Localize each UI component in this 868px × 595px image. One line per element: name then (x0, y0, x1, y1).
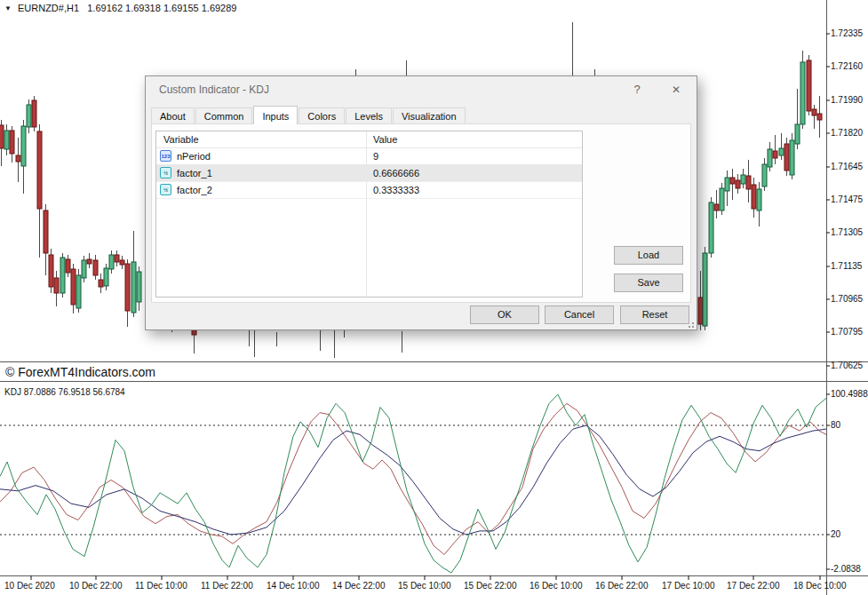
candlestick (779, 133, 784, 160)
candlestick (10, 126, 14, 163)
variable-name: factor_2 (177, 185, 212, 195)
ohlc-values: 1.69162 1.69318 1.69155 1.69289 (87, 3, 236, 13)
table-row[interactable]: ½ factor_2 0.3333333 (156, 181, 582, 199)
candle-body (784, 144, 789, 171)
ok-button[interactable]: OK (470, 305, 539, 324)
candle-body (746, 176, 751, 189)
load-button[interactable]: Load (614, 246, 683, 265)
candle-body (773, 151, 777, 158)
candlestick (44, 204, 48, 275)
candlestick (0, 120, 4, 166)
candlestick (703, 247, 707, 330)
candlestick (87, 253, 92, 268)
resize-grip[interactable] (687, 321, 694, 328)
tab-visualization[interactable]: Visualization (393, 107, 466, 124)
help-button[interactable]: ? (629, 82, 645, 98)
candle-body (49, 255, 53, 287)
candlestick (773, 135, 777, 164)
candlestick (730, 169, 735, 200)
column-header-value: Value (373, 134, 397, 145)
kdj-j-line (0, 394, 826, 573)
candle-body (76, 275, 81, 308)
candle-body (16, 155, 20, 162)
candlestick (27, 99, 31, 133)
kdj-k-line (0, 403, 826, 554)
cancel-button[interactable]: Cancel (545, 305, 614, 324)
candle-body (137, 272, 141, 302)
variable-value[interactable]: 0.3333333 (373, 185, 419, 195)
candle-body (812, 109, 816, 115)
tab-inputs[interactable]: Inputs (253, 106, 298, 124)
candlestick (104, 264, 108, 290)
candle-body (44, 210, 48, 253)
candle-body (741, 175, 745, 184)
candle-body (4, 131, 9, 149)
candlestick (21, 120, 26, 194)
candlestick (812, 105, 816, 129)
candlestick (16, 138, 20, 182)
candle-body (87, 259, 92, 264)
candlestick (714, 190, 719, 218)
candle-body (752, 185, 756, 209)
symbol-header: ▼ EURNZD#,H1 1.69162 1.69318 1.69155 1.6… (4, 3, 236, 13)
candlestick (99, 274, 103, 293)
candlestick (93, 255, 98, 280)
table-row[interactable]: 123 nPeriod 9 (156, 147, 582, 165)
candle-body (779, 148, 784, 155)
candle-body (730, 178, 735, 184)
tab-about[interactable]: About (151, 107, 195, 124)
tab-colors[interactable]: Colors (299, 107, 345, 124)
candlestick (131, 231, 136, 317)
column-header-variable: Variable (163, 134, 199, 145)
candle-body (703, 253, 707, 326)
candlestick (752, 178, 756, 218)
candle-body (120, 260, 124, 265)
reset-button[interactable]: Reset (620, 305, 689, 324)
candlestick (37, 124, 42, 258)
variable-value[interactable]: 0.6666666 (373, 168, 419, 178)
tab-levels[interactable]: Levels (346, 107, 392, 124)
candlestick (76, 269, 81, 313)
candlestick (784, 138, 789, 176)
candlestick (54, 271, 59, 306)
candle-body (757, 189, 761, 210)
decimal-type-icon: ½ (160, 167, 171, 178)
candlestick (757, 182, 761, 226)
kdj-d-line (0, 425, 826, 535)
table-row[interactable]: ½ factor_1 0.6666666 (156, 164, 582, 182)
candlestick (790, 133, 794, 179)
candle-body (27, 105, 31, 127)
candle-body (93, 260, 98, 275)
chevron-down-icon[interactable]: ▼ (4, 4, 12, 12)
candlestick (82, 256, 86, 282)
symbol-name: EURNZD#,H1 (18, 3, 79, 13)
candle-body (37, 131, 42, 209)
candlestick (817, 96, 822, 138)
candle-body (720, 188, 724, 210)
save-button[interactable]: Save (614, 274, 683, 292)
candle-body (32, 100, 36, 127)
candlestick (762, 158, 767, 191)
candlestick (720, 183, 724, 215)
candle-body (807, 60, 811, 111)
candle-body (0, 125, 4, 148)
candle-body (60, 258, 65, 293)
candle-body (54, 278, 59, 293)
candlestick (800, 51, 805, 129)
candlestick (725, 171, 729, 206)
candle-body (762, 164, 767, 186)
dialog-tab-strip: About Common Inputs Colors Levels Visual… (151, 107, 466, 124)
table-header: Variable Value (156, 131, 582, 148)
candle-body (698, 298, 703, 324)
candle-body (10, 131, 14, 154)
candle-body (125, 264, 130, 311)
candlestick (137, 266, 141, 311)
variable-name: factor_1 (177, 168, 212, 178)
variable-value[interactable]: 9 (373, 151, 378, 162)
close-icon[interactable]: ✕ (668, 82, 684, 98)
candle-body (21, 126, 26, 166)
candlestick (32, 96, 36, 131)
candlestick (807, 55, 811, 115)
tab-common[interactable]: Common (195, 107, 253, 124)
integer-type-icon: 123 (160, 150, 171, 162)
